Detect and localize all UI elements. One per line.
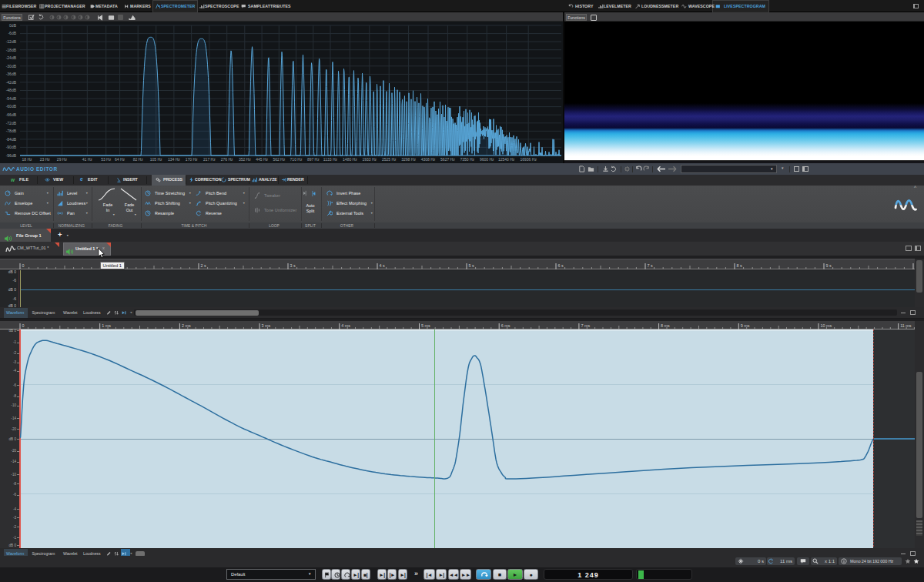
svg-text:-24dB: -24dB [6, 55, 17, 60]
svg-text:-48dB: -48dB [6, 88, 17, 92]
svg-text:-6dB: -6dB [8, 31, 16, 35]
svg-text:4 s: 4 s [380, 263, 385, 268]
svg-text:134 Hz: 134 Hz [168, 157, 180, 162]
svg-text:1 ms: 1 ms [102, 323, 111, 328]
svg-text:3298 Hz: 3298 Hz [401, 157, 416, 162]
svg-text:445 Hz: 445 Hz [256, 157, 268, 162]
svg-text:23 Hz: 23 Hz [40, 157, 51, 162]
svg-text:5 ms: 5 ms [421, 323, 430, 328]
svg-text:-42dB: -42dB [6, 80, 17, 85]
svg-text:352 Hz: 352 Hz [239, 157, 251, 162]
svg-text:710 Hz: 710 Hz [290, 157, 303, 162]
svg-text:276 Hz: 276 Hz [221, 157, 233, 162]
svg-text:8 s: 8 s [737, 263, 742, 268]
svg-text:41 Hz: 41 Hz [82, 157, 93, 162]
svg-text:2525 Hz: 2525 Hz [382, 157, 397, 162]
svg-text:170 Hz: 170 Hz [186, 157, 198, 162]
svg-text:5627 Hz: 5627 Hz [440, 157, 455, 162]
svg-text:0: 0 [22, 323, 25, 328]
svg-text:-60dB: -60dB [6, 104, 17, 109]
svg-text:12540 Hz: 12540 Hz [498, 157, 515, 162]
svg-text:217 Hz: 217 Hz [203, 157, 216, 162]
svg-text:8 ms: 8 ms [661, 323, 670, 328]
svg-text:7 s: 7 s [648, 263, 653, 268]
svg-text:11 ms: 11 ms [900, 323, 912, 328]
svg-text:0: 0 [22, 263, 25, 268]
svg-text:5 s: 5 s [469, 263, 474, 268]
svg-text:2 s: 2 s [201, 263, 206, 268]
svg-text:1480 Hz: 1480 Hz [343, 157, 357, 162]
svg-text:53 Hz: 53 Hz [101, 157, 112, 162]
svg-text:64 Hz: 64 Hz [115, 157, 126, 162]
svg-text:9 s: 9 s [826, 263, 832, 268]
svg-text:18 Hz: 18 Hz [22, 157, 32, 162]
svg-text:6 ms: 6 ms [501, 323, 511, 328]
svg-text:-72dB: -72dB [6, 121, 17, 125]
svg-text:0dB: 0dB [9, 23, 17, 28]
svg-text:-90dB: -90dB [6, 145, 17, 149]
svg-text:9600 Hz: 9600 Hz [480, 157, 494, 162]
svg-text:4 ms: 4 ms [341, 323, 350, 328]
svg-text:3 s: 3 s [290, 263, 296, 268]
svg-text:7 ms: 7 ms [581, 323, 590, 328]
svg-text:1133 Hz: 1133 Hz [323, 157, 338, 162]
svg-text:-78dB: -78dB [6, 129, 17, 133]
svg-text:-66dB: -66dB [6, 112, 17, 117]
svg-text:562 Hz: 562 Hz [273, 157, 285, 162]
svg-text:82 Hz: 82 Hz [133, 157, 144, 162]
svg-text:3 ms: 3 ms [262, 323, 271, 328]
svg-text:4308 Hz: 4308 Hz [421, 157, 436, 162]
svg-text:897 Hz: 897 Hz [307, 157, 320, 162]
svg-text:9 ms: 9 ms [741, 323, 750, 328]
svg-text:-18dB: -18dB [6, 48, 17, 52]
svg-text:29 Hz: 29 Hz [57, 157, 68, 162]
svg-text:105 Hz: 105 Hz [150, 157, 162, 162]
svg-text:16936 Hz: 16936 Hz [520, 157, 537, 162]
svg-text:-12dB: -12dB [6, 39, 17, 44]
svg-text:7350 Hz: 7350 Hz [460, 157, 474, 162]
svg-text:-84dB: -84dB [6, 137, 17, 142]
svg-text:-36dB: -36dB [6, 72, 17, 76]
svg-text:1933 Hz: 1933 Hz [362, 157, 377, 162]
svg-text:-30dB: -30dB [6, 64, 17, 69]
svg-text:6 s: 6 s [558, 263, 564, 268]
svg-text:2 ms: 2 ms [182, 323, 191, 328]
svg-text:-54dB: -54dB [6, 96, 17, 101]
svg-text:-96dB: -96dB [6, 153, 17, 158]
